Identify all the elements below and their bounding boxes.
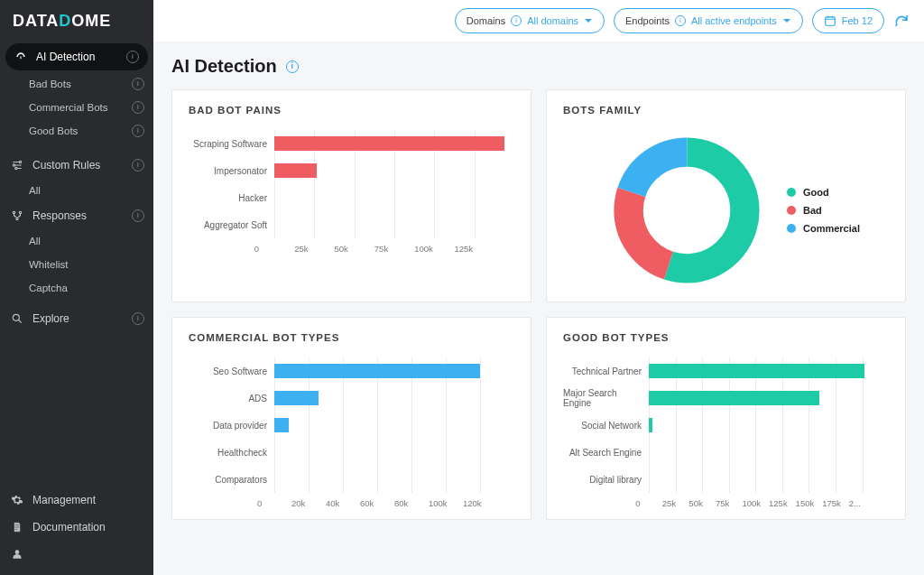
chart-bar <box>274 391 319 405</box>
chart-category-label: Scraping Software <box>193 130 267 157</box>
endpoints-filter[interactable]: Endpoints i All active endpoints <box>614 8 803 33</box>
filter-value: All active endpoints <box>691 15 777 26</box>
nav-label: All <box>29 236 41 246</box>
chart-category-label: Alt Search Engine <box>569 439 642 466</box>
logo: DATADOME <box>0 0 153 42</box>
date-picker[interactable]: Feb 12 <box>812 8 884 33</box>
info-icon[interactable]: i <box>132 125 144 137</box>
svg-point-5 <box>16 218 18 219</box>
nav-responses-all[interactable]: All <box>0 229 153 253</box>
chevron-down-icon <box>782 16 791 25</box>
chart-tick-label: 150k <box>796 498 823 508</box>
legend-label: Commercial <box>803 223 860 234</box>
nav-responses-captcha[interactable]: Captcha <box>0 276 153 300</box>
card-good-bot-types: GOOD BOT TYPES Technical PartnerMajor Se… <box>546 317 906 520</box>
donut-slice <box>629 153 745 269</box>
nav-ai-detection[interactable]: AI Detection i <box>5 43 148 70</box>
domains-filter[interactable]: Domains i All domains <box>455 8 605 33</box>
nav-account[interactable] <box>0 541 153 568</box>
nav-good-bots[interactable]: Good Bots i <box>0 119 153 143</box>
card-bots-family: BOTS FAMILY Good Bad Commercial <box>546 89 906 302</box>
donut-chart <box>610 134 763 287</box>
info-icon[interactable]: i <box>132 209 144 222</box>
info-icon[interactable]: i <box>132 78 144 90</box>
nav-custom-rules[interactable]: Custom Rules i <box>0 152 153 179</box>
logo-text-2: OME <box>71 12 111 31</box>
chart-bar <box>274 136 504 151</box>
chart-category-label: Hacker <box>238 184 267 211</box>
branches-icon <box>11 209 23 222</box>
legend-label: Bad <box>803 205 822 216</box>
chevron-down-icon <box>584 16 593 25</box>
swatch-good <box>787 188 796 197</box>
svg-point-4 <box>19 211 21 213</box>
info-icon[interactable]: i <box>132 159 144 172</box>
nav-custom-rules-all[interactable]: All <box>0 179 153 202</box>
nav-management[interactable]: Management <box>0 487 153 514</box>
nav-bad-bots[interactable]: Bad Bots i <box>0 72 153 96</box>
card-title: BAD BOT PAINS <box>189 105 514 116</box>
nav-label: Bad Bots <box>29 79 71 89</box>
topbar: Domains i All domains Endpoints i All ac… <box>153 0 924 42</box>
nav-label: All <box>29 185 41 196</box>
chart-bar <box>649 418 652 432</box>
gear-icon <box>11 494 23 506</box>
svg-rect-8 <box>826 17 836 25</box>
chart-bad-bot-pains: Scraping SoftwareImpersonatorHackerAggre… <box>189 130 514 254</box>
chart-tick-label: 120k <box>463 498 497 508</box>
search-icon <box>11 312 23 325</box>
chart-bar <box>274 163 317 178</box>
chart-commercial-bot-types: Seo SoftwareADSData providerHealthcheckC… <box>189 357 514 508</box>
card-title: GOOD BOT TYPES <box>563 332 889 343</box>
refresh-icon[interactable] <box>893 13 910 29</box>
svg-point-2 <box>15 167 17 169</box>
info-icon[interactable]: i <box>126 51 139 63</box>
svg-point-7 <box>15 550 20 554</box>
swatch-bad <box>787 206 796 215</box>
nav-label: Captcha <box>29 283 68 293</box>
card-commercial-bot-types: COMMERCIAL BOT TYPES Seo SoftwareADSData… <box>171 317 531 520</box>
user-icon <box>11 548 23 561</box>
info-icon: i <box>675 15 686 26</box>
chart-category-label: Impersonator <box>214 157 267 184</box>
chart-tick-label: 75k <box>374 244 414 254</box>
nav-commercial-bots[interactable]: Commercial Bots i <box>0 96 153 119</box>
legend-bad: Bad <box>787 205 860 216</box>
nav-explore[interactable]: Explore i <box>0 305 153 332</box>
chart-tick-label: 25k <box>294 244 334 254</box>
nav-label: Explore <box>32 312 69 325</box>
nav-responses[interactable]: Responses i <box>0 202 153 229</box>
filter-label: Endpoints <box>625 15 670 26</box>
nav-label: Good Bots <box>29 125 78 136</box>
card-bad-bot-pains: BAD BOT PAINS Scraping SoftwareImpersona… <box>171 89 531 302</box>
chart-bar <box>649 364 864 378</box>
nav-label: AI Detection <box>36 51 95 63</box>
chart-tick-label: 2... <box>849 498 876 508</box>
chart-tick-label: 75k <box>716 498 743 508</box>
nav-documentation[interactable]: Documentation <box>0 514 153 541</box>
nav-responses-whitelist[interactable]: Whitelist <box>0 253 153 276</box>
info-icon[interactable]: i <box>132 101 144 114</box>
info-icon[interactable]: i <box>286 60 299 73</box>
filter-value: All domains <box>527 15 578 26</box>
chart-tick-label: 125k <box>454 244 494 254</box>
chart-bar <box>274 364 480 378</box>
info-icon[interactable]: i <box>132 312 144 325</box>
logo-accent: D <box>59 12 71 31</box>
chart-bar <box>649 391 819 405</box>
chart-tick-label: 125k <box>769 498 796 508</box>
legend-good: Good <box>787 187 860 198</box>
donut-legend: Good Bad Commercial <box>787 187 860 234</box>
nav-label: Responses <box>32 209 87 222</box>
info-icon: i <box>511 15 522 26</box>
document-icon <box>11 521 23 533</box>
main: Domains i All domains Endpoints i All ac… <box>153 0 924 575</box>
card-title: COMMERCIAL BOT TYPES <box>189 332 514 343</box>
filter-label: Domains <box>467 15 505 26</box>
page-title: AI Detection i <box>171 56 906 77</box>
sidebar: DATADOME AI Detection i Bad Bots i Comme… <box>0 0 153 575</box>
gauge-icon <box>14 51 27 63</box>
chart-tick-label: 0 <box>635 498 662 508</box>
chart-bar <box>274 418 289 432</box>
sliders-icon <box>11 159 23 172</box>
